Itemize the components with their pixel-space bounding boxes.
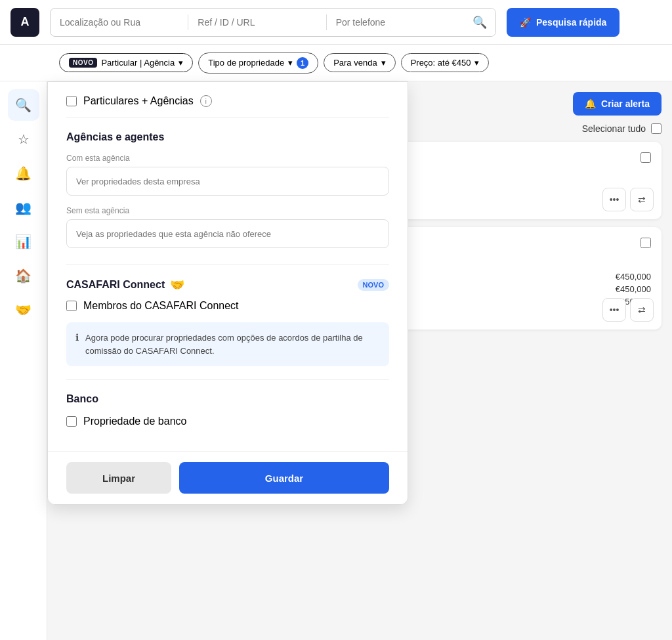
divider-2 <box>66 264 389 265</box>
casafari-info-box: ℹ Agora pode procurar propriedades com o… <box>66 322 389 366</box>
card-1-share-button[interactable]: ⇄ <box>630 188 654 211</box>
price-chip[interactable]: Preço: até €450 ▾ <box>401 53 490 72</box>
create-alert-label: Criar alerta <box>601 98 650 109</box>
listing-1-price: €450,000 <box>616 272 651 282</box>
property-type-chip[interactable]: Tipo de propriedade ▾ 1 <box>198 53 318 74</box>
people-icon: 👥 <box>15 200 32 215</box>
sem-agencia-input[interactable] <box>66 219 389 248</box>
com-agencia-input[interactable] <box>66 167 389 196</box>
panel-scroll-area: Particulares + Agências i Agências e age… <box>48 82 408 451</box>
main-layout: 🔍 ☆ 🔔 👥 📊 🏠 🤝 Particulares + Agências <box>0 81 672 640</box>
sidebar-item-contacts[interactable]: 👥 <box>8 192 39 223</box>
rapid-search-label: Pesquisa rápida <box>536 17 606 28</box>
card-2-checkbox[interactable] <box>640 238 651 248</box>
chevron-down-icon-3: ▾ <box>381 58 386 68</box>
banco-row: Propriedade de banco <box>66 416 389 427</box>
card-1-checkbox[interactable] <box>640 152 651 163</box>
clear-button[interactable]: Limpar <box>66 462 171 494</box>
membros-label: Membros do CASAFARI Connect <box>83 300 239 312</box>
card-1-actions: ••• ⇄ <box>602 188 654 211</box>
casafari-handshake-icon: 🤝 <box>170 278 184 292</box>
card-1-more-button[interactable]: ••• <box>602 188 626 211</box>
membros-checkbox[interactable] <box>66 301 77 311</box>
info-circle-icon: ℹ <box>75 332 79 357</box>
panel-footer: Limpar Guardar <box>48 451 408 504</box>
divider-1 <box>66 117 389 118</box>
casafari-title-row: CASAFARI Connect 🤝 <box>66 278 184 292</box>
rocket-icon: 🚀 <box>520 17 531 28</box>
for-sale-chip[interactable]: Para venda ▾ <box>324 53 396 72</box>
select-all-label: Selecionar tudo <box>582 123 646 134</box>
save-button[interactable]: Guardar <box>179 462 389 494</box>
select-all-checkbox[interactable] <box>651 123 662 134</box>
agencies-section-title: Agências e agentes <box>66 131 389 143</box>
particulares-checkbox[interactable] <box>66 96 77 106</box>
card-2-share-button[interactable]: ⇄ <box>630 298 654 322</box>
casafari-connect-title: CASAFARI Connect <box>66 279 165 291</box>
propriedade-banco-label: Propriedade de banco <box>83 416 186 427</box>
divider-3 <box>66 379 389 380</box>
sidebar-item-partnerships[interactable]: 🤝 <box>8 294 39 326</box>
search-bar: 🔍 <box>50 8 496 37</box>
particular-agencia-label: Particular | Agência <box>101 58 175 68</box>
casafari-novo-badge: NOVO <box>358 279 389 291</box>
card-2-more-button[interactable]: ••• <box>602 298 626 322</box>
info-box-text: Agora pode procurar propriedades com opç… <box>85 331 380 357</box>
search-button[interactable]: 🔍 <box>464 9 495 36</box>
property-type-count: 1 <box>297 57 308 69</box>
handshake-icon: 🤝 <box>15 302 32 318</box>
filter-bar: NOVO Particular | Agência ▾ Tipo de prop… <box>0 45 672 81</box>
particular-agencia-chip[interactable]: NOVO Particular | Agência ▾ <box>59 53 193 72</box>
membros-row: Membros do CASAFARI Connect <box>66 300 389 312</box>
sidebar-item-properties[interactable]: 🏠 <box>8 260 39 291</box>
price-label: Preço: até €450 <box>411 58 471 68</box>
filter-dropdown-panel: Particulares + Agências i Agências e age… <box>47 81 408 505</box>
home-icon: 🏠 <box>15 268 32 284</box>
sidebar-item-favorites[interactable]: ☆ <box>8 123 39 155</box>
sidebar-item-analytics[interactable]: 📊 <box>8 226 39 257</box>
sidebar: 🔍 ☆ 🔔 👥 📊 🏠 🤝 <box>0 81 47 640</box>
sem-agencia-label: Sem esta agência <box>66 206 389 215</box>
create-alert-button[interactable]: 🔔 Criar alerta <box>573 92 662 116</box>
rapid-search-button[interactable]: 🚀 Pesquisa rápida <box>507 8 620 37</box>
sidebar-item-notifications[interactable]: 🔔 <box>8 158 39 189</box>
property-type-label: Tipo de propriedade <box>208 58 284 68</box>
ref-input[interactable] <box>188 9 326 36</box>
for-sale-label: Para venda <box>333 58 377 68</box>
casafari-section: CASAFARI Connect 🤝 NOVO <box>66 278 389 292</box>
header: A 🔍 🚀 Pesquisa rápida <box>0 0 672 45</box>
banco-section-title: Banco <box>66 393 389 405</box>
chevron-down-icon-4: ▾ <box>474 58 479 68</box>
com-agencia-label: Com esta agência <box>66 154 389 163</box>
star-icon: ☆ <box>18 131 30 147</box>
chart-icon: 📊 <box>15 234 32 249</box>
location-input[interactable] <box>51 9 188 36</box>
chevron-down-icon: ▾ <box>178 58 183 68</box>
search-icon: 🔍 <box>15 97 32 113</box>
phone-input[interactable] <box>327 9 464 36</box>
particulares-label: Particulares + Agências <box>83 95 194 107</box>
new-badge: NOVO <box>69 58 97 68</box>
banco-checkbox[interactable] <box>66 416 77 427</box>
particulares-row: Particulares + Agências i <box>66 95 389 107</box>
bell-icon: 🔔 <box>15 165 32 181</box>
info-icon-particulares[interactable]: i <box>200 95 212 107</box>
bell-alert-icon: 🔔 <box>585 98 596 109</box>
card-2-actions: ••• ⇄ <box>602 298 654 322</box>
listing-2-price: €450,000 <box>616 284 651 294</box>
chevron-down-icon-2: ▾ <box>288 58 293 68</box>
sidebar-item-search[interactable]: 🔍 <box>8 89 39 121</box>
logo: A <box>10 8 39 37</box>
